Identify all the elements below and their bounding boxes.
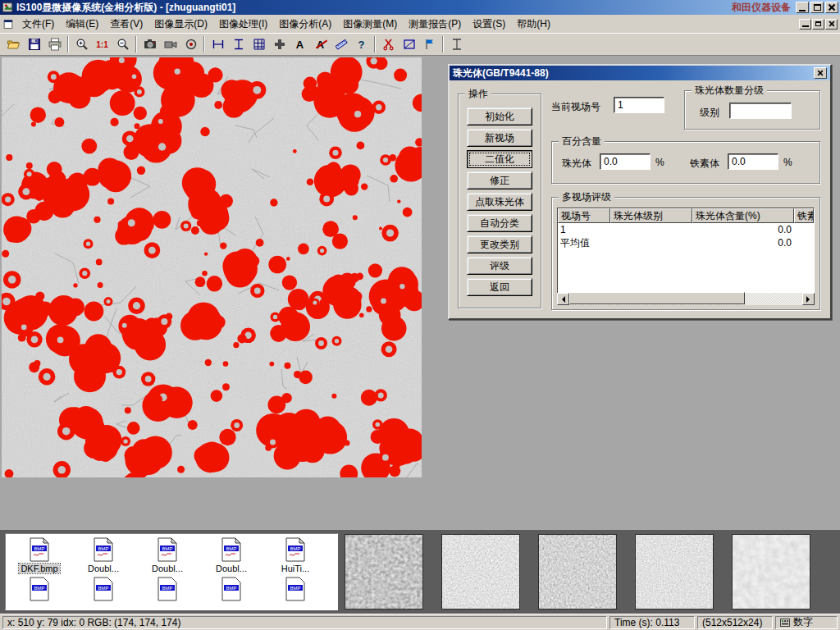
save-button[interactable] [24,34,44,54]
table-row[interactable]: 1 0.0 [558,223,814,236]
menu-file[interactable]: 文件(F) [16,15,60,34]
cut-button[interactable] [378,34,399,54]
file-name[interactable]: HuiTi... [280,564,311,573]
status-bar: x: 510 y: 79 idx: 0 RGB: (174, 174, 174)… [0,614,840,630]
bmp-file-icon: BMP [93,577,114,601]
svg-text:BMP: BMP [162,586,172,591]
thumbnail-1[interactable] [345,534,423,609]
watermark-text: 和田仪器设备 [732,1,791,15]
menu-measure-report[interactable]: 测量报告(P) [403,15,467,34]
thumbnail-strip [345,534,810,609]
camera-button[interactable] [139,34,160,54]
header-pearlite-content[interactable]: 珠光体含量(%) [692,208,794,223]
file-row-partial: BMP BMP BMP BMP BMP [7,577,336,601]
open-button[interactable] [3,34,24,54]
bmp-file-icon: BMP [93,537,114,562]
file-item[interactable]: BMP Doubl... [135,537,199,573]
ferrite-percent-input[interactable]: 0.0 [728,153,778,170]
file-item[interactable]: BMP DKF.bmp [7,537,71,573]
text-delete-button[interactable]: A [310,34,331,54]
save-icon [28,38,41,51]
menu-image-processing[interactable]: 图像处理(I) [213,15,273,34]
actual-size-button[interactable]: 1:1 [92,34,112,54]
dialog-close-button[interactable] [814,67,827,79]
scroll-left-button[interactable] [557,293,569,305]
file-item[interactable]: BMP [263,577,327,601]
dialog-title-bar[interactable]: 珠光体(GB/T9441-88) [450,66,830,80]
grade-input[interactable] [729,103,792,119]
child-window-icon[interactable] [2,19,14,30]
menu-edit[interactable]: 编辑(E) [60,15,104,34]
scroll-right-icon [806,296,813,303]
end-caliper-button[interactable] [446,34,467,54]
table-row[interactable]: 平均值 0.0 [558,236,814,249]
mdi-restore-button[interactable] [812,19,824,30]
file-browser[interactable]: BMP DKF.bmp BMP Doubl... BMP [5,533,338,610]
binarize-button[interactable]: 二值化 [467,150,532,168]
current-field-input[interactable]: 1 [614,97,664,113]
header-field-no[interactable]: 视场号 [558,208,610,223]
maximize-button[interactable] [810,2,824,13]
thumbnail-5[interactable] [732,534,810,609]
file-name[interactable]: Doubl... [150,564,185,573]
file-name[interactable]: Doubl... [86,564,121,573]
new-field-button[interactable]: 新视场 [467,129,532,147]
header-pearlite-grade[interactable]: 珠光体级别 [610,208,692,223]
init-button[interactable]: 初始化 [467,107,532,126]
operations-group: 操作 初始化 新视场 二值化 修正 点取珠光体 自动分类 更改类别 评级 返回 [458,94,541,308]
file-name[interactable]: DKF.bmp [19,564,59,573]
file-item[interactable]: BMP HuiTi... [263,537,327,573]
table-horizontal-scrollbar[interactable] [557,293,815,305]
caliper-vertical-button[interactable] [228,34,249,54]
correct-button[interactable]: 修正 [467,171,532,189]
menu-settings[interactable]: 设置(S) [467,15,511,34]
zoom-out-button[interactable] [112,34,133,54]
pearlite-percent-input[interactable]: 0.0 [600,153,651,170]
scroll-right-button[interactable] [802,293,815,305]
change-class-button[interactable]: 更改类别 [467,235,532,253]
grid-button[interactable] [249,34,269,54]
menu-image-analysis[interactable]: 图像分析(A) [273,15,337,34]
freeze-frame-button[interactable] [180,34,201,54]
thumbnail-2[interactable] [441,534,520,609]
zoom-in-button[interactable] [71,34,92,54]
stamp-button[interactable] [269,34,290,54]
text-label-button[interactable]: A [290,34,310,54]
return-button[interactable]: 返回 [467,278,532,296]
help-button[interactable]: ? [351,34,372,54]
scrollbar-thumb[interactable] [569,292,745,304]
thumbnail-3[interactable] [538,534,617,609]
open-folder-icon [7,38,21,51]
svg-text:BMP: BMP [98,586,108,591]
thumbnail-4[interactable] [635,534,714,609]
menu-image-measure[interactable]: 图像测量(M) [337,15,403,34]
mdi-minimize-button[interactable] [799,19,811,30]
measure-area-button[interactable] [399,34,419,54]
mdi-close-button[interactable] [825,19,838,30]
file-item[interactable]: BMP [199,577,263,601]
close-button[interactable] [825,2,838,13]
menu-help[interactable]: 帮助(H) [511,15,556,34]
svg-text:BMP: BMP [162,546,172,551]
caliper-horizontal-button[interactable] [208,34,228,54]
menu-view[interactable]: 查看(V) [104,15,148,34]
file-item[interactable]: BMP Doubl... [71,537,135,573]
menu-image-display[interactable]: 图像显示(D) [148,15,213,34]
file-name[interactable]: Doubl... [214,564,249,573]
file-item[interactable]: BMP [135,577,199,601]
flag-button[interactable] [419,34,440,54]
multi-field-table[interactable]: 视场号 珠光体级别 珠光体含量(%) 铁素 1 0.0 平均值 0 [557,208,815,298]
auto-classify-button[interactable]: 自动分类 [467,214,532,232]
freeze-frame-icon [185,38,198,51]
scale-ruler-button[interactable] [331,34,351,54]
pick-pearlite-button[interactable]: 点取珠光体 [467,193,532,211]
file-item[interactable]: BMP [7,577,71,601]
metallographic-image[interactable] [2,57,422,477]
grade-button[interactable]: 评级 [467,257,532,275]
print-button[interactable] [44,34,65,54]
file-item[interactable]: BMP [71,577,135,601]
video-camera-button[interactable] [160,34,180,54]
minimize-button[interactable] [796,2,809,13]
header-ferrite[interactable]: 铁素 [794,208,814,223]
file-item[interactable]: BMP Doubl... [199,537,263,573]
